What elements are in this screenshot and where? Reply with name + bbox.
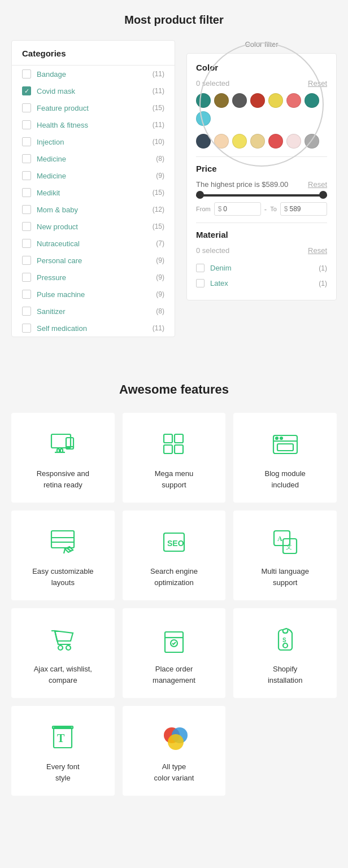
color-dot[interactable]	[232, 93, 247, 108]
category-item[interactable]: Medikit (15)	[12, 184, 175, 201]
category-item[interactable]: Mom & baby (12)	[12, 201, 175, 218]
category-item[interactable]: Pressure (9)	[12, 269, 175, 286]
material-item[interactable]: Denim (1)	[196, 260, 327, 276]
color-dot[interactable]	[286, 93, 301, 108]
color-dot[interactable]	[268, 134, 283, 149]
price-from-label: From	[196, 206, 211, 212]
svg-rect-7	[175, 434, 183, 443]
price-to-input[interactable]: $ 589	[280, 202, 327, 216]
category-name: Covid mask	[37, 87, 153, 95]
category-checkbox[interactable]	[22, 290, 31, 299]
svg-text:T: T	[57, 732, 65, 744]
color-dot[interactable]	[268, 93, 283, 108]
category-checkbox[interactable]	[22, 256, 31, 265]
category-item[interactable]: Injection (10)	[12, 133, 175, 150]
category-checkbox[interactable]	[22, 154, 31, 163]
category-checkbox[interactable]	[22, 273, 31, 282]
category-name: Nutraceutical	[37, 239, 156, 248]
category-item[interactable]: Self medication (11)	[12, 320, 175, 337]
category-item[interactable]: Health & fitness (11)	[12, 116, 175, 133]
category-count: (15)	[153, 223, 164, 230]
category-checkbox[interactable]	[22, 188, 31, 197]
color-dot[interactable]	[196, 134, 211, 149]
material-item[interactable]: Latex (1)	[196, 276, 327, 291]
material-reset-link[interactable]: Reset	[308, 246, 327, 255]
color-dot[interactable]	[250, 93, 265, 108]
category-item[interactable]: Medicine (9)	[12, 167, 175, 184]
feature-card-shopify: S Shopifyinstallation	[233, 608, 337, 698]
color-section-title: Color	[196, 63, 327, 72]
category-checkbox[interactable]	[22, 69, 31, 78]
svg-point-25	[58, 645, 63, 650]
categories-header: Categories	[12, 41, 175, 66]
color-dot[interactable]	[250, 134, 265, 149]
feature-card-ajax-cart: Ajax cart, wishlist,compare	[11, 608, 115, 698]
category-item[interactable]: Bandage (11)	[12, 66, 175, 82]
color-dots-row1	[196, 93, 327, 126]
category-checkbox[interactable]	[22, 324, 31, 333]
category-checkbox[interactable]	[22, 137, 31, 146]
feature-label-mega-menu: Mega menusupport	[155, 468, 194, 490]
category-checkbox[interactable]	[22, 120, 31, 129]
category-name: Self medication	[37, 324, 153, 333]
category-checkbox[interactable]	[22, 239, 31, 248]
category-name: Sanitizer	[37, 307, 156, 316]
category-name: Bandage	[37, 70, 153, 78]
category-count: (7)	[156, 239, 164, 247]
filter-layout: Categories Bandage (11) ✓ Covid mask (11…	[11, 40, 337, 337]
category-item[interactable]: Medicine (8)	[12, 150, 175, 167]
feature-card-blog: Blog moduleincluded	[233, 413, 337, 503]
categories-list: Bandage (11) ✓ Covid mask (11) Feature p…	[12, 66, 175, 337]
color-dot[interactable]	[286, 134, 301, 149]
color-dot[interactable]	[304, 93, 319, 108]
svg-rect-9	[175, 445, 183, 453]
color-dot[interactable]	[232, 134, 247, 149]
feature-card-color-variant: All typecolor variant	[123, 706, 226, 796]
category-item[interactable]: Pulse machine (9)	[12, 286, 175, 303]
svg-rect-0	[51, 434, 71, 448]
color-dot[interactable]	[214, 93, 229, 108]
features-bottom-row: T Every fontstyle All typecolor variant	[11, 706, 337, 796]
color-reset-link[interactable]: Reset	[308, 79, 327, 88]
edit-layout-icon	[47, 526, 79, 558]
category-count: (9)	[156, 290, 164, 298]
feature-label-blog: Blog moduleincluded	[265, 468, 306, 490]
slider-thumb-right[interactable]	[319, 191, 327, 199]
material-checkbox[interactable]	[196, 279, 205, 287]
svg-rect-27	[165, 632, 183, 652]
price-from-input[interactable]: $ 0	[214, 202, 261, 216]
category-count: (9)	[156, 256, 164, 264]
color-dot[interactable]	[214, 134, 229, 149]
category-checkbox[interactable]	[22, 222, 31, 231]
category-count: (8)	[156, 155, 164, 163]
category-checkbox[interactable]	[22, 103, 31, 112]
category-item[interactable]: ✓ Covid mask (11)	[12, 82, 175, 99]
price-reset-link[interactable]: Reset	[308, 180, 327, 189]
svg-rect-15	[51, 531, 74, 548]
price-info: The highest price is $589.00	[196, 180, 288, 189]
category-item[interactable]: Nutraceutical (7)	[12, 235, 175, 252]
category-checkbox[interactable]: ✓	[22, 86, 31, 95]
color-dot[interactable]	[304, 134, 319, 149]
color-dot[interactable]	[196, 93, 211, 108]
category-item[interactable]: Personal care (9)	[12, 252, 175, 269]
category-item[interactable]: New product (15)	[12, 218, 175, 235]
features-section: Awesome features Responsive andretina re…	[0, 360, 348, 818]
color-dot[interactable]	[196, 111, 211, 126]
svg-line-18	[67, 548, 71, 551]
category-name: Medikit	[37, 189, 153, 197]
category-checkbox[interactable]	[22, 307, 31, 316]
svg-point-13	[280, 437, 282, 439]
category-item[interactable]: Sanitizer (8)	[12, 303, 175, 320]
color-filter-panel: Color filter Color 0 selected Reset Pric…	[186, 40, 337, 300]
font-icon: T	[47, 722, 79, 753]
category-checkbox[interactable]	[22, 205, 31, 214]
category-name: New product	[37, 223, 153, 231]
slider-thumb-left[interactable]	[196, 191, 204, 199]
package-icon	[158, 624, 190, 656]
price-slider[interactable]	[196, 194, 327, 197]
material-list: Denim (1) Latex (1)	[196, 260, 327, 291]
category-checkbox[interactable]	[22, 171, 31, 180]
category-item[interactable]: Feature product (15)	[12, 99, 175, 116]
material-checkbox[interactable]	[196, 264, 205, 272]
